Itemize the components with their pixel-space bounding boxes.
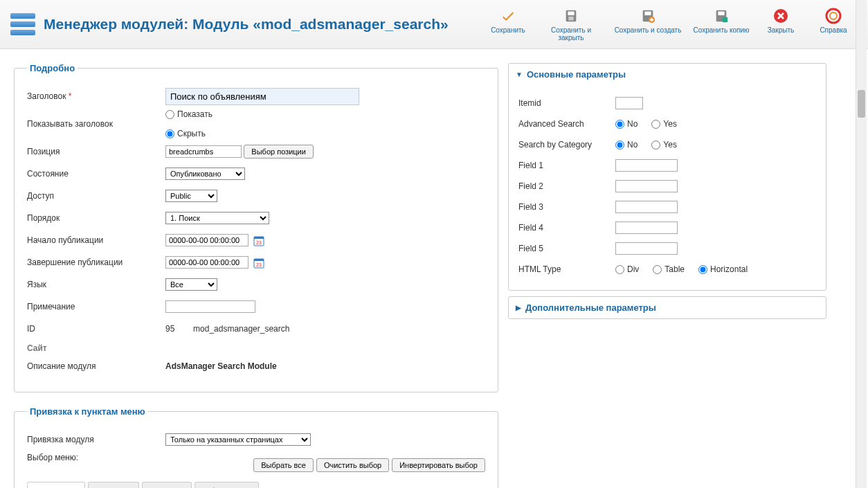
advanced-params-header[interactable]: ▶ Дополнительные параметры — [509, 297, 826, 318]
field4-label: Field 4 — [518, 223, 615, 233]
no-label: No — [627, 119, 638, 129]
itemid-input[interactable] — [615, 97, 643, 109]
save-icon — [562, 7, 580, 25]
field4-input[interactable] — [615, 222, 678, 234]
field3-label: Field 3 — [518, 202, 615, 212]
menu-tabs: Main Menu Верхнее Главная Объявления — [27, 482, 485, 488]
id-label: ID — [27, 324, 165, 334]
adv-search-label: Advanced Search — [518, 119, 615, 129]
module-name-value: mod_adsmanager_search — [193, 324, 289, 334]
lang-label: Язык — [27, 280, 165, 289]
field5-input[interactable] — [615, 242, 678, 255]
position-select-button[interactable]: Выбор позиции — [244, 145, 314, 159]
yes-label: Yes — [663, 140, 677, 150]
show-title-hide-radio[interactable]: Скрыть — [165, 129, 485, 138]
id-value: 95 — [165, 324, 174, 334]
horizontal-label: Horizontal — [710, 264, 748, 274]
svg-text:23: 23 — [256, 262, 262, 267]
show-title-show-radio[interactable]: Показать — [165, 109, 485, 119]
html-horiz-radio[interactable]: Horizontal — [698, 264, 748, 274]
save-button[interactable]: Сохранить — [484, 6, 532, 43]
select-all-button[interactable]: Выбрать все — [253, 458, 314, 472]
state-label: Состояние — [27, 169, 165, 179]
field1-label: Field 1 — [518, 161, 615, 170]
close-icon — [772, 7, 790, 25]
pub-end-input[interactable] — [165, 256, 248, 269]
toolbar: Менеджер модулей: Модуль «mod_adsmanager… — [0, 0, 868, 49]
html-div-radio[interactable]: Div — [615, 264, 639, 274]
desc-value: AdsManager Search Module — [165, 361, 485, 371]
scrollbar-thumb[interactable] — [858, 90, 865, 118]
advanced-params-title: Дополнительные параметры — [525, 302, 656, 313]
itemid-label: Itemid — [518, 98, 615, 108]
site-label: Сайт — [27, 343, 485, 353]
adv-no-radio[interactable]: No — [615, 119, 638, 129]
tab-home[interactable]: Главная — [142, 482, 192, 488]
clear-selection-button[interactable]: Очистить выбор — [316, 458, 389, 472]
html-table-radio[interactable]: Table — [653, 264, 685, 274]
apply-icon — [499, 7, 517, 25]
access-label: Доступ — [27, 191, 165, 201]
desc-label: Описание модуля — [27, 361, 165, 371]
chevron-down-icon: ▼ — [516, 71, 523, 78]
show-label: Показать — [177, 109, 213, 119]
bind-label: Привязка модуля — [27, 435, 165, 444]
field3-input[interactable] — [615, 201, 678, 213]
access-select[interactable]: Public — [165, 190, 217, 202]
title-input[interactable] — [165, 88, 359, 105]
help-label: Справка — [820, 26, 847, 34]
calendar-icon[interactable]: 23 — [253, 235, 264, 246]
help-button[interactable]: Справка — [809, 6, 858, 43]
svg-rect-16 — [254, 259, 264, 261]
tab-top[interactable]: Верхнее — [88, 482, 138, 488]
details-fieldset: Подробно Заголовок Показывать заголовок … — [14, 63, 498, 392]
scrollbar[interactable] — [856, 0, 867, 488]
save-new-label: Сохранить и создать — [615, 26, 682, 34]
html-type-label: HTML Type — [518, 264, 615, 274]
save-copy-button[interactable]: Сохранить копию — [690, 6, 752, 43]
close-label: Закрыть — [768, 26, 795, 34]
assignment-legend: Привязка к пунктам меню — [27, 406, 148, 417]
cat-no-radio[interactable]: No — [615, 140, 638, 150]
basic-params-panel: ▼ Основные параметры Itemid Advanced Sea… — [508, 63, 826, 291]
save-new-button[interactable]: Сохранить и создать — [610, 6, 686, 43]
no-label: No — [627, 140, 638, 150]
pub-start-input[interactable] — [165, 234, 248, 246]
svg-point-11 — [830, 12, 837, 19]
div-label: Div — [627, 264, 639, 274]
position-input[interactable] — [165, 145, 242, 158]
lang-select[interactable]: Все — [165, 278, 217, 291]
order-select[interactable]: 1. Поиск — [165, 212, 269, 224]
field2-label: Field 2 — [518, 181, 615, 191]
save-close-button[interactable]: Сохранить и закрыть — [536, 6, 606, 43]
save-new-icon — [639, 7, 657, 25]
state-select[interactable]: Опубликовано — [165, 168, 245, 180]
tab-ads[interactable]: Объявления — [195, 482, 260, 488]
app-logo-icon — [10, 10, 35, 38]
calendar-icon[interactable]: 23 — [253, 257, 264, 269]
svg-rect-13 — [254, 237, 264, 239]
cat-search-label: Search by Category — [518, 140, 615, 150]
help-icon — [824, 7, 842, 25]
pick-label: Выбор меню: — [27, 453, 165, 462]
pub-start-label: Начало публикации — [27, 235, 165, 245]
bind-select[interactable]: Только на указанных страницах — [165, 433, 311, 446]
adv-yes-radio[interactable]: Yes — [651, 119, 677, 129]
position-label: Позиция — [27, 147, 165, 156]
save-close-label: Сохранить и закрыть — [538, 26, 604, 42]
save-copy-label: Сохранить копию — [693, 26, 749, 34]
field2-input[interactable] — [615, 180, 678, 192]
page-title: Менеджер модулей: Модуль «mod_adsmanager… — [44, 16, 449, 33]
cat-yes-radio[interactable]: Yes — [651, 140, 677, 150]
hide-label: Скрыть — [177, 129, 206, 138]
tab-main-menu[interactable]: Main Menu — [27, 482, 85, 488]
invert-selection-button[interactable]: Инвертировать выбор — [392, 458, 485, 472]
field1-input[interactable] — [615, 159, 678, 172]
svg-rect-4 — [644, 12, 651, 15]
title-label: Заголовок — [27, 91, 165, 101]
basic-params-header[interactable]: ▼ Основные параметры — [509, 64, 826, 85]
menu-assignment-fieldset: Привязка к пунктам меню Привязка модуля … — [14, 406, 498, 488]
pub-end-label: Завершение публикации — [27, 257, 165, 267]
note-input[interactable] — [165, 300, 255, 313]
close-button[interactable]: Закрыть — [757, 6, 805, 43]
